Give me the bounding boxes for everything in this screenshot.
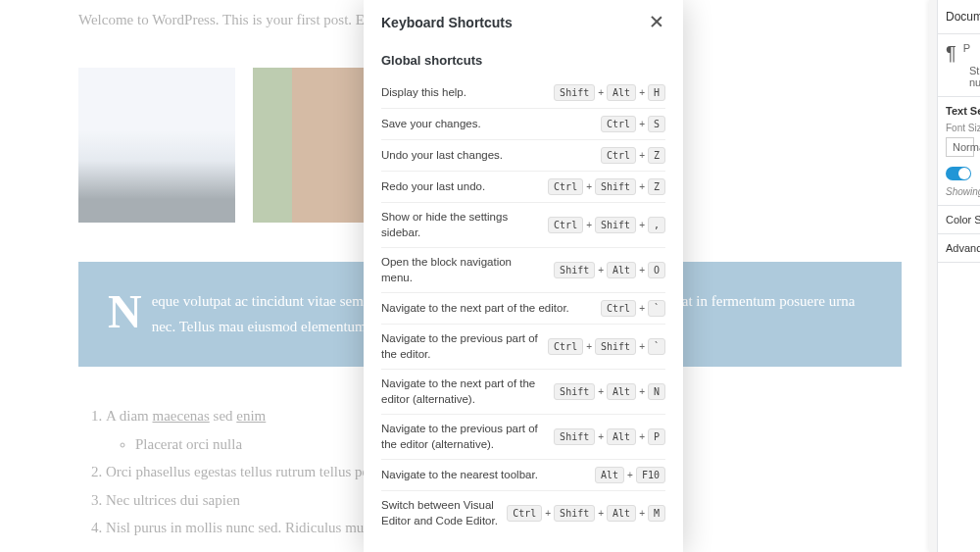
key: Shift [595,338,636,355]
shortcut-row: Navigate to the previous part of the edi… [381,325,665,370]
keyboard-shortcuts-modal: Keyboard Shortcuts Global shortcutsDispl… [364,0,683,552]
key: Alt [595,467,624,483]
key: Alt [607,428,636,445]
key: Alt [607,262,636,278]
key: Shift [554,262,595,278]
close-icon[interactable] [648,14,665,31]
key: Shift [595,217,636,233]
settings-sidebar: Docume ¶ P St nu Text Sett Font Size Nor… [937,0,980,552]
paragraph-icon: ¶ [946,42,956,65]
shortcut-keys: Ctrl+S [601,116,665,132]
shortcut-keys: Alt+F10 [595,467,665,483]
key: P [648,428,665,445]
key: Ctrl [548,338,583,355]
shortcut-row: Save your changes.Ctrl+S [381,109,665,140]
shortcut-row: Navigate to the next part of the editor.… [381,293,665,325]
gallery-image [78,68,235,223]
tab-document[interactable]: Docume [938,0,980,34]
key: Shift [554,505,595,522]
color-settings-panel[interactable]: Color Se [938,206,980,234]
shortcut-description: Open the block navigation menu. [381,255,546,285]
shortcut-row: Show or hide the settings sidebar.Ctrl+S… [381,203,665,248]
shortcut-description: Navigate to the next part of the editor. [381,301,593,317]
shortcut-row: Switch between Visual Editor and Code Ed… [381,491,665,535]
shortcut-keys: Ctrl+Shift+Alt+M [507,505,665,522]
key: Alt [607,84,636,101]
key: , [648,217,665,233]
shortcut-description: Navigate to the previous part of the edi… [381,331,540,362]
key: F10 [636,467,665,483]
shortcut-section: Global shortcutsDisplay this help.Shift+… [364,47,683,551]
key: M [648,505,665,522]
key: ` [648,300,665,317]
shortcut-keys: Shift+Alt+N [554,383,665,400]
key: Z [648,178,665,195]
key: O [648,262,665,278]
shortcut-description: Redo your last undo. [381,179,540,195]
key: H [648,84,665,101]
shortcut-keys: Shift+Alt+P [554,428,665,445]
key: Ctrl [601,147,636,164]
key: S [648,116,665,132]
text-settings-panel: Text Sett Font Size Norma Showing [938,97,980,206]
key: Shift [554,428,595,445]
shortcut-row: Redo your last undo.Ctrl+Shift+Z [381,172,665,203]
key: Z [648,147,665,164]
key: Alt [607,505,636,522]
key: N [648,383,665,400]
shortcut-row: Navigate to the previous part of the edi… [381,415,665,460]
shortcut-row: Undo your last changes.Ctrl+Z [381,140,665,172]
shortcut-description: Navigate to the nearest toolbar. [381,468,587,483]
key: Shift [554,383,595,400]
key: Ctrl [548,178,583,195]
shortcut-description: Show or hide the settings sidebar. [381,210,540,240]
shortcut-row: Navigate to the nearest toolbar.Alt+F10 [381,460,665,491]
shortcut-keys: Ctrl+` [601,300,665,317]
shortcut-row: Open the block navigation menu.Shift+Alt… [381,248,665,293]
shortcut-keys: Ctrl+Shift+Z [548,178,665,195]
shortcut-keys: Ctrl+Z [601,147,665,164]
key: Ctrl [601,300,636,317]
modal-title: Keyboard Shortcuts [381,15,513,30]
shortcut-description: Undo your last changes. [381,148,593,164]
section-heading: Global shortcuts [381,53,665,68]
key: ` [648,338,665,355]
shortcut-description: Switch between Visual Editor and Code Ed… [381,498,499,528]
drop-cap-toggle[interactable] [946,167,971,180]
key: Alt [607,383,636,400]
advanced-panel[interactable]: Advance [938,234,980,263]
shortcut-description: Save your changes. [381,117,593,132]
shortcut-description: Navigate to the next part of the editor … [381,376,546,407]
shortcut-description: Navigate to the previous part of the edi… [381,422,546,452]
dropcap: N [108,293,142,330]
key: Ctrl [601,116,636,132]
font-size-select[interactable]: Norma [946,137,974,157]
shortcut-description: Display this help. [381,85,546,101]
shortcut-keys: Ctrl+Shift+, [548,217,665,233]
shortcut-keys: Shift+Alt+O [554,262,665,278]
shortcut-keys: Shift+Alt+H [554,84,665,101]
key: Shift [595,178,636,195]
shortcut-row: Navigate to the next part of the editor … [381,370,665,415]
key: Ctrl [507,505,542,522]
key: Ctrl [548,217,583,233]
key: Shift [554,84,595,101]
shortcut-keys: Ctrl+Shift+` [548,338,665,355]
shortcut-row: Display this help.Shift+Alt+H [381,77,665,109]
block-type-panel: ¶ P St nu [938,34,980,97]
